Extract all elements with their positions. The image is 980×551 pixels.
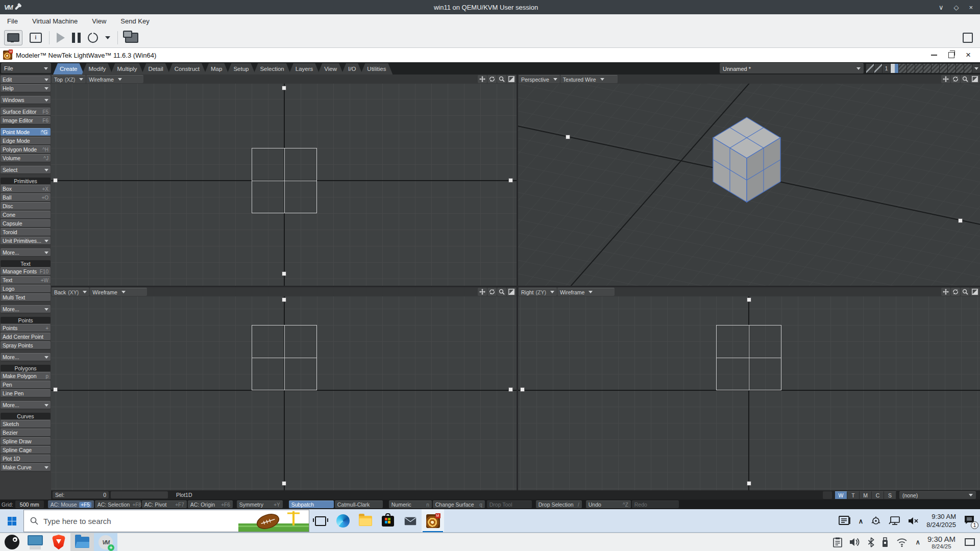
quick-command-button[interactable]: Undo ^Z bbox=[586, 500, 631, 508]
vmap-mode-button[interactable]: S bbox=[884, 491, 896, 499]
sidebar-row[interactable]: Text +W bbox=[1, 276, 51, 284]
sidebar-row[interactable]: Cone bbox=[1, 211, 51, 219]
minimize-button[interactable] bbox=[931, 55, 937, 56]
clipboard-icon[interactable] bbox=[833, 537, 842, 547]
vmap-mode-button[interactable]: T bbox=[847, 491, 860, 499]
layer-button-active[interactable] bbox=[890, 64, 898, 73]
lightwave-taskbar-button[interactable] bbox=[422, 509, 444, 533]
sidebar-row[interactable] bbox=[1, 410, 51, 412]
viewport-handle[interactable] bbox=[958, 218, 963, 223]
sidebar-row[interactable]: Curves bbox=[1, 413, 51, 419]
sidebar-row[interactable]: Select bbox=[1, 166, 51, 174]
viewport-back-canvas[interactable] bbox=[51, 296, 517, 490]
screenshot-button[interactable] bbox=[125, 33, 138, 43]
sidebar-row[interactable]: More... bbox=[1, 248, 51, 257]
vmap-mode-button[interactable]: C bbox=[872, 491, 884, 499]
close-button[interactable]: × bbox=[966, 52, 971, 59]
layer-button[interactable] bbox=[898, 64, 906, 73]
host-clock[interactable]: 9:30 AM 8/24/25 bbox=[927, 535, 955, 549]
viewport-handle[interactable] bbox=[747, 481, 751, 486]
quick-command-button[interactable]: Subpatch bbox=[289, 500, 334, 508]
expand-viewport-icon[interactable] bbox=[507, 75, 516, 83]
layer-button[interactable] bbox=[955, 64, 964, 73]
layer-button[interactable] bbox=[964, 64, 972, 73]
sidebar-row[interactable]: Edit bbox=[1, 76, 51, 84]
viewport-type-dropdown[interactable]: Top (XZ) bbox=[52, 75, 86, 83]
pan-icon[interactable] bbox=[478, 75, 487, 83]
app-launcher-brave[interactable] bbox=[47, 533, 70, 551]
rotate-icon[interactable] bbox=[951, 288, 960, 296]
layer-button[interactable] bbox=[915, 64, 923, 73]
zoom-icon[interactable] bbox=[961, 288, 970, 296]
sidebar-row[interactable]: Manage Fonts F10 bbox=[1, 267, 51, 276]
sidebar-row[interactable]: Multi Text bbox=[1, 293, 51, 302]
sidebar-row[interactable]: Image Editor F6 bbox=[1, 116, 51, 124]
layer-dropdown-button[interactable] bbox=[972, 64, 980, 73]
window-maximize-icon[interactable]: ◇ bbox=[953, 4, 959, 11]
sidebar-row[interactable] bbox=[1, 350, 51, 353]
lightwave-tab[interactable]: Detail bbox=[141, 63, 169, 74]
sidebar-row[interactable]: Surface Editor F5 bbox=[1, 108, 51, 116]
tray-expand-icon[interactable]: ∧ bbox=[859, 517, 864, 525]
sidebar-row[interactable] bbox=[1, 105, 51, 107]
sidebar-row[interactable] bbox=[1, 398, 51, 400]
viewport-type-dropdown[interactable]: Perspective bbox=[519, 75, 560, 83]
zoom-icon[interactable] bbox=[961, 75, 970, 83]
lightwave-tab[interactable]: Utilities bbox=[360, 63, 393, 74]
sidebar-row[interactable]: Spline Draw bbox=[1, 437, 51, 445]
lightwave-tab[interactable]: Map bbox=[204, 63, 229, 74]
sidebar-row[interactable]: Add Center Point bbox=[1, 333, 51, 341]
run-button[interactable] bbox=[57, 33, 65, 43]
sidebar-row[interactable]: Polygon Mode ^H bbox=[1, 145, 51, 154]
sidebar-row[interactable]: Line Pen bbox=[1, 389, 51, 397]
rotate-icon[interactable] bbox=[487, 288, 497, 296]
app-launcher-desktop[interactable] bbox=[23, 533, 47, 551]
sidebar-row[interactable] bbox=[1, 174, 51, 177]
sidebar-row[interactable]: Pen bbox=[1, 381, 51, 389]
sidebar-row[interactable]: Box +X bbox=[1, 185, 51, 193]
sidebar-row[interactable] bbox=[1, 314, 51, 316]
app-launcher-virt-manager[interactable]: VM bbox=[94, 533, 117, 551]
sidebar-row[interactable] bbox=[1, 93, 51, 95]
pan-icon[interactable] bbox=[478, 288, 487, 296]
notification-center-button[interactable]: 1 bbox=[964, 515, 975, 527]
sidebar-row[interactable]: Point Mode ^G bbox=[1, 128, 51, 136]
show-desktop-button[interactable] bbox=[965, 538, 975, 546]
sidebar-row[interactable]: Primitives bbox=[1, 178, 51, 184]
vmap-mode-button[interactable]: M bbox=[860, 491, 872, 499]
viewport-type-dropdown[interactable]: Back (XY) bbox=[52, 288, 89, 296]
expand-viewport-icon[interactable] bbox=[970, 75, 979, 83]
sidebar-row[interactable]: More... bbox=[1, 401, 51, 409]
viewport-handle[interactable] bbox=[282, 481, 286, 486]
shutdown-button[interactable] bbox=[88, 33, 98, 43]
expand-viewport-icon[interactable] bbox=[507, 288, 516, 296]
start-button[interactable] bbox=[0, 509, 23, 533]
volume-icon[interactable] bbox=[849, 537, 861, 547]
pause-button[interactable] bbox=[72, 33, 81, 43]
layer-button[interactable] bbox=[939, 64, 947, 73]
search-highlight-image[interactable] bbox=[232, 510, 309, 532]
object-selector[interactable]: Unnamed * bbox=[720, 63, 864, 73]
viewport-mode-dropdown[interactable]: Wireframe bbox=[86, 75, 143, 83]
bluetooth-icon[interactable] bbox=[868, 537, 874, 547]
restore-button[interactable] bbox=[948, 52, 954, 58]
viewport-handle[interactable] bbox=[53, 387, 58, 392]
layer-bank-next-button[interactable] bbox=[874, 64, 882, 73]
sidebar-row[interactable]: Points bbox=[1, 317, 51, 323]
quick-command-button[interactable]: Drop Tool bbox=[487, 500, 532, 508]
quick-command-button[interactable]: AC: Mouse +F5 bbox=[48, 500, 94, 508]
layer-button[interactable] bbox=[923, 64, 931, 73]
lightwave-tab[interactable]: Modify bbox=[82, 63, 113, 74]
lightwave-tab[interactable]: Layers bbox=[289, 63, 320, 74]
lightwave-tab[interactable]: Create bbox=[53, 63, 84, 74]
sidebar-row[interactable]: Points + bbox=[1, 324, 51, 332]
sidebar-row[interactable]: Windows bbox=[1, 96, 51, 104]
pan-icon[interactable] bbox=[941, 75, 950, 83]
sidebar-row[interactable]: Help bbox=[1, 84, 51, 92]
vm-menu-item[interactable]: Virtual Machine bbox=[32, 17, 78, 25]
layer-button[interactable] bbox=[931, 64, 939, 73]
sidebar-row[interactable]: Make Curve bbox=[1, 463, 51, 471]
app-launcher-opensuse[interactable] bbox=[0, 533, 23, 551]
sidebar-row[interactable] bbox=[1, 245, 51, 248]
sidebar-row[interactable]: Capsule bbox=[1, 219, 51, 228]
